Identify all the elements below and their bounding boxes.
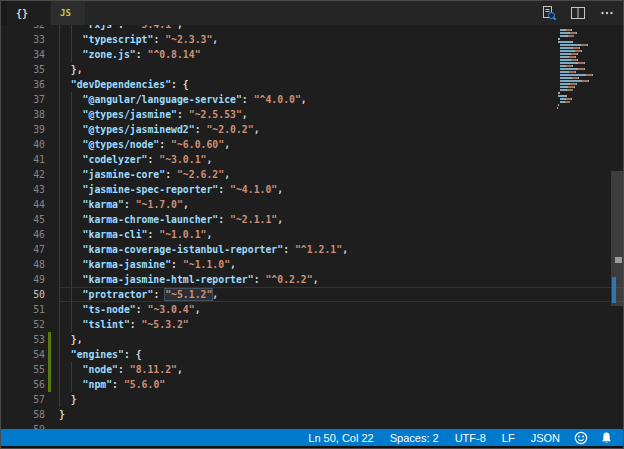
tab-package.json[interactable]: {} (7, 1, 50, 25)
gutter-decorations (45, 107, 59, 122)
tab-server.js[interactable]: JS (50, 1, 85, 25)
line-number: 35 (1, 62, 45, 77)
code-line-34[interactable]: 34 "zone.js": "^0.8.14" (1, 47, 623, 62)
gutter-decorations (45, 92, 59, 107)
indent-guide (59, 197, 60, 212)
line-number: 41 (1, 152, 45, 167)
indent-guide (59, 152, 60, 167)
line-text: "devDependencies": { (59, 77, 623, 92)
js-icon: JS (60, 8, 71, 18)
gutter-decorations (45, 137, 59, 152)
gutter-decorations (45, 32, 59, 47)
indent-guide (59, 122, 60, 137)
code-line-35[interactable]: 35 }, (1, 62, 623, 77)
indent-guide (71, 272, 72, 287)
code-line-32[interactable]: 32 "rxjs": "^5.4.1", (1, 25, 623, 32)
code-line-50[interactable]: 50 "protractor": "~5.1.2", (1, 287, 623, 302)
indent-guide (59, 317, 60, 332)
editor-actions (541, 1, 615, 25)
minimap[interactable] (557, 25, 611, 431)
line-text: "tslint": "~5.3.2" (59, 317, 623, 332)
code-line-44[interactable]: 44 "karma": "~1.7.0", (1, 197, 623, 212)
status-item-ln-50-col-22[interactable]: Ln 50, Col 22 (300, 432, 381, 444)
scrollbar[interactable] (611, 25, 623, 431)
gutter-decorations (45, 227, 59, 242)
more-actions-icon[interactable] (599, 5, 615, 21)
gutter-decorations (45, 152, 59, 167)
indent-guide (59, 272, 60, 287)
gutter-decorations (45, 257, 59, 272)
line-number: 36 (1, 77, 45, 92)
code-line-37[interactable]: 37 "@angular/language-service": "^4.0.0"… (1, 92, 623, 107)
indent-guide (59, 227, 60, 242)
file-search-icon[interactable] (541, 5, 557, 21)
code-line-46[interactable]: 46 "karma-cli": "~1.0.1", (1, 227, 623, 242)
code-line-49[interactable]: 49 "karma-jasmine-html-reporter": "^0.2.… (1, 272, 623, 287)
code-line-36[interactable]: 36 "devDependencies": { (1, 77, 623, 92)
indent-guide (71, 257, 72, 272)
indent-guide (71, 47, 72, 62)
indent-guide (71, 227, 72, 242)
code-line-41[interactable]: 41 "codelyzer": "~3.0.1", (1, 152, 623, 167)
status-item-lf[interactable]: LF (494, 432, 523, 444)
line-text: "@types/node": "~6.0.60", (59, 137, 623, 152)
status-item-json[interactable]: JSON (523, 432, 568, 444)
line-number: 43 (1, 182, 45, 197)
code-line-58[interactable]: 58} (1, 407, 623, 422)
gutter-decorations (45, 122, 59, 137)
code-line-48[interactable]: 48 "karma-jasmine": "~1.1.0", (1, 257, 623, 272)
code-line-47[interactable]: 47 "karma-coverage-istanbul-reporter": "… (1, 242, 623, 257)
code-line-43[interactable]: 43 "jasmine-spec-reporter": "~4.1.0", (1, 182, 623, 197)
indent-guide (71, 182, 72, 197)
git-added-bar (48, 347, 51, 362)
status-item-spaces-2[interactable]: Spaces: 2 (382, 432, 447, 444)
code-line-53[interactable]: 53 }, (1, 332, 623, 347)
code-line-39[interactable]: 39 "@types/jasminewd2": "~2.0.2", (1, 122, 623, 137)
git-added-bar (48, 377, 51, 392)
code-line-57[interactable]: 57 } (1, 392, 623, 407)
indent-guide (71, 122, 72, 137)
line-number: 47 (1, 242, 45, 257)
line-number: 57 (1, 392, 45, 407)
indent-guide (59, 287, 60, 302)
line-text: }, (59, 62, 623, 77)
code-line-45[interactable]: 45 "karma-chrome-launcher": "~2.1.1", (1, 212, 623, 227)
line-text: } (59, 407, 623, 422)
indent-guide (59, 347, 60, 362)
feedback-smiley-icon[interactable] (568, 431, 594, 445)
code-line-52[interactable]: 52 "tslint": "~5.3.2" (1, 317, 623, 332)
line-text: "@types/jasminewd2": "~2.0.2", (59, 122, 623, 137)
line-number: 40 (1, 137, 45, 152)
indent-guide (71, 212, 72, 227)
indent-guide (59, 257, 60, 272)
code-line-40[interactable]: 40 "@types/node": "~6.0.60", (1, 137, 623, 152)
indent-guide (71, 242, 72, 257)
line-number: 58 (1, 407, 45, 422)
code-line-38[interactable]: 38 "@types/jasmine": "~2.5.53", (1, 107, 623, 122)
line-number: 56 (1, 377, 45, 392)
line-text: "engines": { (59, 347, 623, 362)
gutter-decorations (45, 272, 59, 287)
notifications-bell-icon[interactable] (594, 431, 623, 445)
line-text: "@types/jasmine": "~2.5.53", (59, 107, 623, 122)
word-highlight: "~5.1.2" (165, 289, 212, 300)
indent-guide (71, 32, 72, 47)
code-line-56[interactable]: 56 "npm": "5.6.0" (1, 377, 623, 392)
line-number: 38 (1, 107, 45, 122)
code-line-54[interactable]: 54 "engines": { (1, 347, 623, 362)
editor[interactable]: 32 "rxjs": "^5.4.1",33 "typescript": "~2… (1, 25, 623, 431)
code-line-51[interactable]: 51 "ts-node": "~3.0.4", (1, 302, 623, 317)
code-line-42[interactable]: 42 "jasmine-core": "~2.6.2", (1, 167, 623, 182)
split-editor-icon[interactable] (570, 5, 586, 21)
status-item-utf-8[interactable]: UTF-8 (447, 432, 494, 444)
tab-bar: {}JS (1, 1, 623, 25)
line-text: "karma-jasmine-html-reporter": "^0.2.2", (59, 272, 623, 287)
line-number: 51 (1, 302, 45, 317)
indent-guide (59, 377, 60, 392)
code-line-55[interactable]: 55 "node": "8.11.2", (1, 362, 623, 377)
indent-guide (59, 77, 60, 92)
code-line-33[interactable]: 33 "typescript": "~2.3.3", (1, 32, 623, 47)
gutter-decorations (45, 182, 59, 197)
line-text: "protractor": "~5.1.2", (59, 287, 623, 302)
indent-guide (59, 392, 60, 407)
